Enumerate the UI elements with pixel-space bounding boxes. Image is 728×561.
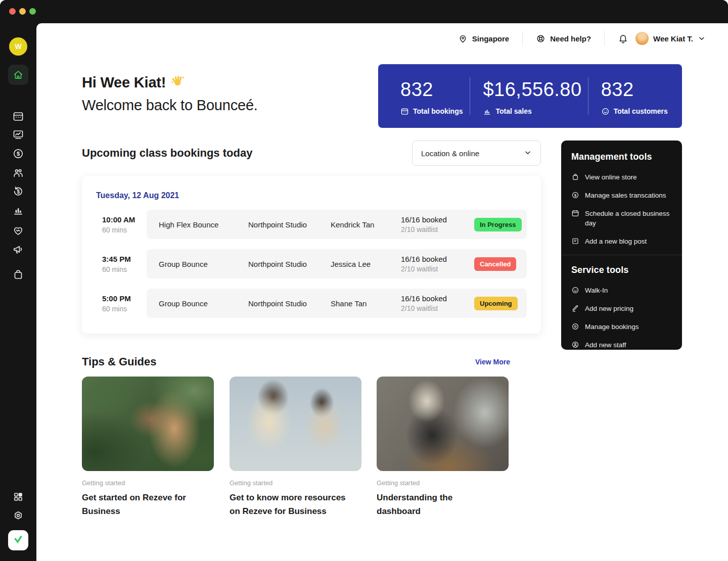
stat-total-bookings: 832 Total bookings <box>378 77 470 116</box>
sidebar-item-transactions[interactable]: $ <box>12 185 24 198</box>
sidebar-item-reports[interactable] <box>12 204 24 216</box>
sidebar-item-marketing[interactable] <box>12 243 24 255</box>
close-window-button[interactable] <box>9 8 16 15</box>
booking-capacity: 16/16 booked 2/10 waitlist <box>401 294 474 312</box>
booking-time: 3:45 PM 60 mins <box>102 255 147 273</box>
sidebar-item-store[interactable] <box>12 268 24 280</box>
booking-instructor: Shane Tan <box>331 299 401 308</box>
greeting-block: Hi Wee Kiat! 👋 Welcome back to Bounceé. <box>82 74 258 114</box>
booking-row[interactable]: 3:45 PM 60 mins Group Bounce Northpoint … <box>102 249 527 278</box>
stat-value: 832 <box>601 79 682 101</box>
booking-class-name: Group Bounce <box>159 260 248 268</box>
sidebar-item-pricing[interactable]: $ <box>12 148 24 160</box>
tool-add-new-pricing[interactable]: Add new pricing <box>571 304 672 313</box>
tool-manage-sales-transactions[interactable]: $ Manage sales transcations <box>571 191 672 200</box>
tips-card[interactable]: Getting started Understanding the dashbo… <box>377 377 509 518</box>
sidebar-item-analytics[interactable] <box>12 128 24 141</box>
tool-schedule-closed-day[interactable]: Schedule a closed business day <box>571 209 672 228</box>
workspace-avatar[interactable]: W <box>9 37 27 56</box>
bookings-table-card: Tuesday, 12 Aug 2021 10:00 AM 60 mins Hi… <box>82 176 541 334</box>
partnership-icon <box>12 224 24 237</box>
tips-card-title: Get started on Rezeve for Business <box>82 491 198 518</box>
notifications-button[interactable] <box>618 33 628 44</box>
booking-details: High Flex Bounce Northpoint Studio Kendr… <box>147 210 527 239</box>
zoom-window-button[interactable] <box>29 8 36 15</box>
shopping-bag-icon <box>12 268 24 280</box>
tips-card-image <box>82 377 214 471</box>
booking-time: 5:00 PM 60 mins <box>102 294 147 313</box>
sidebar-item-apps[interactable] <box>12 491 24 503</box>
tool-add-new-staff[interactable]: Add new staff <box>571 340 672 350</box>
user-avatar <box>635 32 649 45</box>
status-badge: In Progress <box>474 218 522 231</box>
megaphone-icon <box>12 243 24 255</box>
minimize-window-button[interactable] <box>19 8 26 15</box>
stat-label: Total sales <box>495 107 531 115</box>
status-badge: Cancelled <box>474 257 516 271</box>
tips-card-category: Getting started <box>82 479 214 487</box>
app-window: W $ $ <box>0 0 728 561</box>
calendar-icon <box>400 107 409 116</box>
window-controls <box>9 8 36 15</box>
booking-location: Northpoint Studio <box>248 299 331 308</box>
booking-details: Group Bounce Northpoint Studio Jessica L… <box>147 249 527 278</box>
sidebar-item-customers[interactable] <box>12 167 24 179</box>
management-tools-title: Management tools <box>571 152 672 162</box>
analytics-icon <box>12 128 24 141</box>
check-logo-icon <box>12 533 24 547</box>
transactions-icon: $ <box>12 185 24 198</box>
tips-card[interactable]: Getting started Get to know more resourc… <box>230 377 361 518</box>
filter-value: Location & online <box>421 149 479 158</box>
header-divider <box>522 31 523 46</box>
help-label: Need help? <box>550 34 591 43</box>
greeting-title: Hi Wee Kiat! 👋 <box>82 74 258 91</box>
target-icon <box>571 322 579 331</box>
tool-walk-in[interactable]: Walk-In <box>571 286 672 295</box>
tool-add-blog-post[interactable]: Add a new blog post <box>571 237 672 246</box>
stat-total-sales: $16,556.80 Total sales <box>470 77 587 116</box>
pricing-icon: $ <box>12 148 24 160</box>
settings-gear-icon <box>12 510 24 522</box>
customers-icon <box>12 167 24 179</box>
chevron-down-icon <box>698 34 706 42</box>
calendar-icon <box>12 110 24 122</box>
location-selector[interactable]: Singapore <box>458 34 509 43</box>
help-lifebuoy-icon <box>536 34 545 43</box>
service-tools-title: Service tools <box>571 265 672 275</box>
window-titlebar <box>0 0 728 23</box>
booking-row[interactable]: 10:00 AM 60 mins High Flex Bounce Northp… <box>102 210 527 239</box>
home-icon <box>13 69 24 80</box>
svg-text:$: $ <box>17 151 20 157</box>
tool-manage-bookings[interactable]: Manage bookings <box>571 322 672 332</box>
booking-time: 10:00 AM 60 mins <box>102 215 147 234</box>
stats-summary-card: 832 Total bookings $16,556.80 Total sale… <box>378 64 682 128</box>
booking-row[interactable]: 5:00 PM 60 mins Group Bounce Northpoint … <box>102 289 527 318</box>
rezeve-logo[interactable] <box>8 530 28 550</box>
stat-value: 832 <box>400 79 470 101</box>
tips-card-category: Getting started <box>377 479 509 487</box>
shopping-bag-icon <box>571 172 579 181</box>
sidebar-item-schedule[interactable] <box>12 110 24 122</box>
view-more-link[interactable]: View More <box>475 358 510 366</box>
sidebar-item-home[interactable] <box>8 65 28 85</box>
tips-card[interactable]: Getting started Get started on Rezeve fo… <box>82 377 214 518</box>
location-label: Singapore <box>472 34 509 43</box>
tool-view-online-store[interactable]: View online store <box>571 172 672 182</box>
sidebar-item-settings[interactable] <box>12 510 24 522</box>
svg-text:$: $ <box>17 189 20 195</box>
location-filter-dropdown[interactable]: Location & online <box>412 141 541 166</box>
sidebar-item-partners[interactable] <box>12 224 24 237</box>
tips-card-title: Understanding the dashboard <box>377 491 493 518</box>
booking-location: Northpoint Studio <box>248 220 331 229</box>
status-badge: Upcoming <box>474 297 518 310</box>
user-menu[interactable]: Wee Kiat T. <box>635 32 706 45</box>
wave-emoji-icon <box>170 74 185 91</box>
greeting-subtitle: Welcome back to Bounceé. <box>82 97 258 114</box>
tips-card-title: Get to know more resources on Rezeve for… <box>230 491 346 518</box>
bell-icon <box>618 33 628 44</box>
top-header: Singapore Need help? Wee Kiat T. <box>458 29 706 48</box>
smiley-icon <box>571 286 579 294</box>
sidebar: W $ $ <box>0 23 36 561</box>
tips-card-image <box>230 377 361 471</box>
help-button[interactable]: Need help? <box>536 34 591 43</box>
